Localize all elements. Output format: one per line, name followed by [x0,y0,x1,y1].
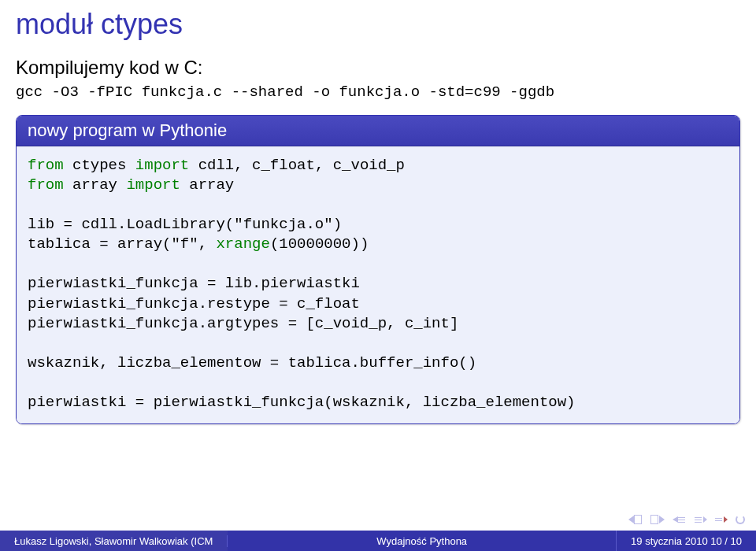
nav-icons [628,515,745,524]
keyword-import: import [135,157,189,174]
block-header: nowy program w Pythonie [17,116,739,146]
nav-prev-icon[interactable] [628,515,643,524]
nav-back-icon[interactable] [715,516,728,523]
footer: Łukasz Ligowski, Sławomir Walkowiak (ICM… [0,531,756,551]
text: ctypes [64,157,135,174]
code-line: pierwiastki_funkcja.restype = c_float [28,295,360,312]
text: cdll, c_float, c_void_p [189,157,405,174]
nav-next-section-icon[interactable] [695,516,707,523]
block-body: from ctypes import cdll, c_float, c_void… [17,146,739,423]
nav-refresh-icon[interactable] [736,515,745,524]
text: array [64,176,127,194]
builtin-xrange: xrange [216,235,269,253]
footer-title: Wydajność Pythona [228,531,617,551]
python-code: from ctypes import cdll, c_float, c_void… [28,156,728,412]
code-line: tablica = array("f", [28,235,216,253]
code-line: pierwiastki_funkcja.argtypes = [c_void_p… [28,315,458,332]
keyword-import: import [126,176,180,194]
code-line: pierwiastki = pierwiastki_funkcja(wskazn… [28,394,576,411]
footer-authors: Łukasz Ligowski, Sławomir Walkowiak (ICM [0,535,228,547]
keyword-from: from [28,176,64,194]
keyword-from: from [28,157,64,174]
code-line: lib = cdll.LoadLibrary("funkcja.o") [28,216,342,233]
text: array [180,176,234,194]
gcc-command: gcc -O3 -fPIC funkcja.c --shared -o funk… [16,83,740,101]
code-line: wskaznik, liczba_elementow = tablica.buf… [28,354,476,372]
code-line: (10000000)) [270,235,369,253]
nav-prev-section-icon[interactable] [673,516,687,523]
code-line: pierwiastki_funkcja = lib.pierwiastki [28,275,360,292]
subheading: Kompilujemy kod w C: [16,57,740,79]
slide: moduł ctypes Kompilujemy kod w C: gcc -O… [0,0,756,551]
nav-next-page-icon[interactable] [650,515,665,524]
content-area: Kompilujemy kod w C: gcc -O3 -fPIC funkc… [0,57,756,424]
footer-date-page: 19 stycznia 2010 10 / 10 [617,531,756,551]
slide-title: moduł ctypes [0,0,756,57]
code-block: nowy program w Pythonie from ctypes impo… [16,115,740,424]
